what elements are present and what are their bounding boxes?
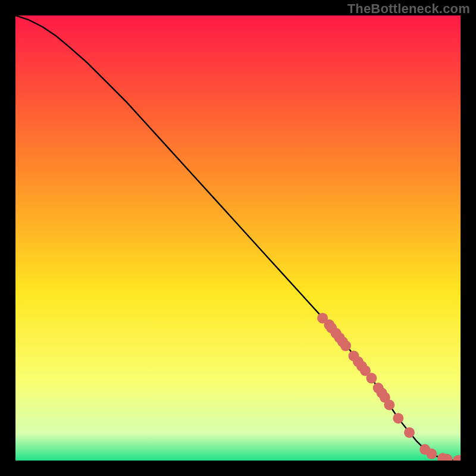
gradient-background <box>15 15 461 461</box>
marker-point <box>393 413 403 424</box>
chart-svg <box>15 15 461 461</box>
marker-point <box>426 449 437 459</box>
chart-frame: TheBottleneck.com <box>0 0 476 476</box>
marker-point <box>404 427 415 438</box>
marker-point <box>384 400 394 411</box>
attribution-text: TheBottleneck.com <box>347 1 470 17</box>
plot-area <box>15 15 461 461</box>
marker-point <box>366 373 377 384</box>
marker-point <box>340 340 351 351</box>
